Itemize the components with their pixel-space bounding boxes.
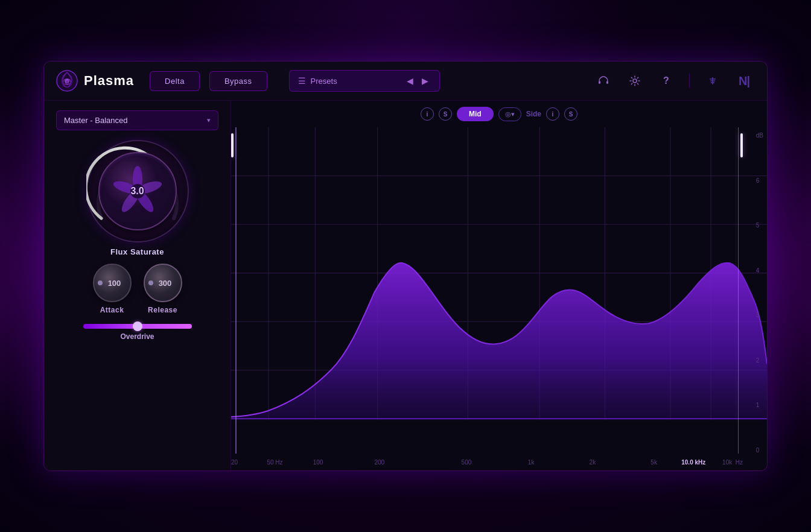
freq-20-label: 20 xyxy=(231,459,238,466)
svg-point-4 xyxy=(633,79,637,83)
main-content: Master - Balanced ▾ xyxy=(44,101,767,470)
logo-area: Plasma xyxy=(56,70,134,92)
right-handle-pill[interactable] xyxy=(740,133,743,157)
bypass-button[interactable]: Bypass xyxy=(209,71,267,91)
spectrum-header: i S Mid ◎▾ Side i S xyxy=(231,101,767,127)
left-panel: Master - Balanced ▾ xyxy=(44,101,231,470)
freq-1k-label: 1k xyxy=(528,459,535,466)
db-4-label: 4 xyxy=(756,267,763,274)
range-handle-right xyxy=(740,127,743,454)
hz-unit-label: Hz xyxy=(736,459,743,466)
freq-100-label: 100 xyxy=(313,459,323,466)
side-label: Side xyxy=(526,110,541,118)
db-6-label: 6 xyxy=(756,177,763,184)
flux-knob-value: 3.0 xyxy=(130,186,144,197)
release-group: 300 Release xyxy=(144,264,182,314)
next-preset-button[interactable]: ▶ xyxy=(419,75,431,87)
headphone-icon xyxy=(597,75,609,87)
mid-i-icon: i xyxy=(427,111,428,118)
spectrum-svg xyxy=(231,127,767,439)
freq-2k-label: 2k xyxy=(590,459,596,466)
attack-knob[interactable]: 100 xyxy=(93,264,132,302)
flux-knob-label: Flux Saturate xyxy=(110,247,164,256)
svg-point-1 xyxy=(65,78,69,83)
presets-nav: ◀ ▶ xyxy=(404,75,431,87)
settings-button[interactable] xyxy=(624,70,646,92)
spectrum-area: dB 6 5 4 3 2 1 0 20 50 Hz 100 200 500 1k xyxy=(231,127,767,470)
svg-rect-3 xyxy=(606,81,608,84)
db-0-label: 0 xyxy=(756,447,763,454)
release-value: 300 xyxy=(159,279,172,288)
logo-text: Plasma xyxy=(84,73,134,89)
knob-inner: 3.0 xyxy=(98,152,177,230)
ni-logo-button[interactable]: N| xyxy=(733,70,755,92)
plasma-logo-icon xyxy=(56,70,78,92)
mid-s-button[interactable]: S xyxy=(439,107,452,121)
mid-side-controls: i S Mid ◎▾ Side i S xyxy=(421,107,577,121)
delta-button[interactable]: Delta xyxy=(150,71,200,91)
settings-icon xyxy=(629,75,641,87)
attack-value: 100 xyxy=(108,279,121,288)
link-icon: ◎▾ xyxy=(505,110,515,118)
db-1-label: 1 xyxy=(756,402,763,408)
side-s-icon: S xyxy=(569,111,573,118)
db-scale: dB 6 5 4 3 2 1 0 xyxy=(756,132,763,454)
flux-knob[interactable]: 3.0 xyxy=(86,140,189,242)
ar-section: 100 Attack 300 Release xyxy=(56,264,218,314)
attack-group: 100 Attack xyxy=(93,264,132,314)
side-s-button[interactable]: S xyxy=(564,107,577,121)
freq-10k-label: 10k xyxy=(722,459,732,466)
presets-icon: ☰ xyxy=(298,76,306,86)
side-i-icon: i xyxy=(552,111,554,118)
mid-button[interactable]: Mid xyxy=(457,107,494,121)
range-line-right xyxy=(738,127,739,454)
freq-scale: 20 50 Hz 100 200 500 1k 2k 5k 10.0 kHz 1… xyxy=(231,454,743,470)
freq-200-label: 200 xyxy=(374,459,384,466)
right-panel: i S Mid ◎▾ Side i S xyxy=(231,101,767,470)
mid-info-button[interactable]: i xyxy=(421,107,434,121)
overdrive-label: Overdrive xyxy=(120,332,154,341)
prev-preset-button[interactable]: ◀ xyxy=(404,75,416,87)
freq-10khz-label: 10.0 kHz xyxy=(681,459,705,466)
antenna-button[interactable] xyxy=(702,70,724,92)
plugin-window: Plasma Delta Bypass ☰ Presets ◀ ▶ xyxy=(43,61,768,471)
preset-selector[interactable]: Master - Balanced ▾ xyxy=(56,110,218,130)
header: Plasma Delta Bypass ☰ Presets ◀ ▶ xyxy=(44,62,767,101)
svg-rect-2 xyxy=(599,81,600,84)
preset-name: Master - Balanced xyxy=(64,116,128,125)
help-button[interactable]: ? xyxy=(655,70,677,92)
link-button[interactable]: ◎▾ xyxy=(498,107,521,121)
range-line-left xyxy=(235,127,237,454)
help-icon: ? xyxy=(663,75,669,86)
left-handle-pill[interactable] xyxy=(231,133,234,157)
headphone-button[interactable] xyxy=(593,70,614,92)
release-label: Release xyxy=(148,306,177,314)
overdrive-thumb[interactable] xyxy=(133,321,142,331)
mid-s-icon: S xyxy=(444,111,448,118)
header-divider xyxy=(689,74,690,88)
release-knob[interactable]: 300 xyxy=(144,264,182,302)
freq-50hz-label: 50 Hz xyxy=(267,459,282,466)
overdrive-section: Overdrive xyxy=(56,324,218,341)
presets-label: Presets xyxy=(311,77,337,86)
side-info-button[interactable]: i xyxy=(546,107,559,121)
antenna-icon xyxy=(707,75,719,87)
attack-label: Attack xyxy=(100,306,124,314)
freq-500-label: 500 xyxy=(462,459,472,466)
freq-5k-label: 5k xyxy=(650,459,657,466)
overdrive-slider[interactable] xyxy=(83,324,192,329)
ni-logo-text: N| xyxy=(739,74,749,88)
flux-knob-section: 3.0 Flux Saturate xyxy=(56,140,218,256)
db-5-label: 5 xyxy=(756,222,763,229)
db-3-label: 3 xyxy=(756,312,763,318)
dropdown-arrow-icon: ▾ xyxy=(207,116,211,124)
db-unit-label: dB xyxy=(756,132,763,139)
presets-area[interactable]: ☰ Presets ◀ ▶ xyxy=(289,70,440,92)
db-2-label: 2 xyxy=(756,357,763,364)
range-handle-left xyxy=(231,127,234,454)
